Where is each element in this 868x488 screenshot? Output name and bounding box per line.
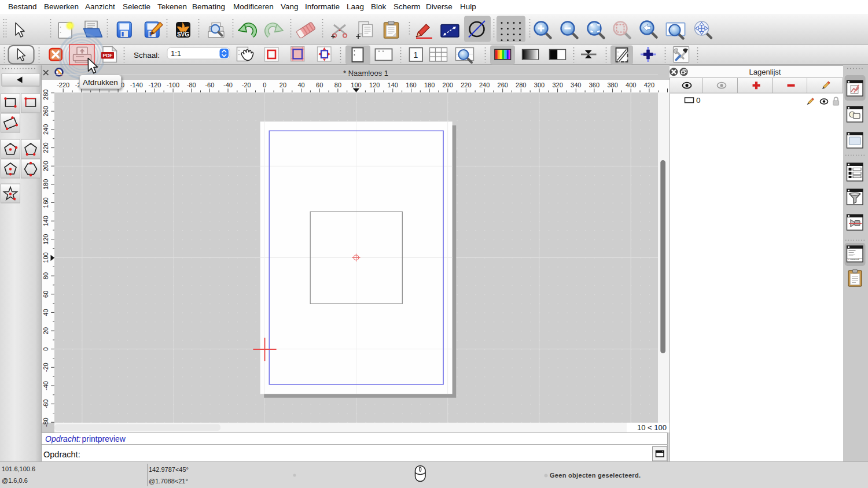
- svg-text:Afdrukken: Afdrukken: [83, 78, 118, 87]
